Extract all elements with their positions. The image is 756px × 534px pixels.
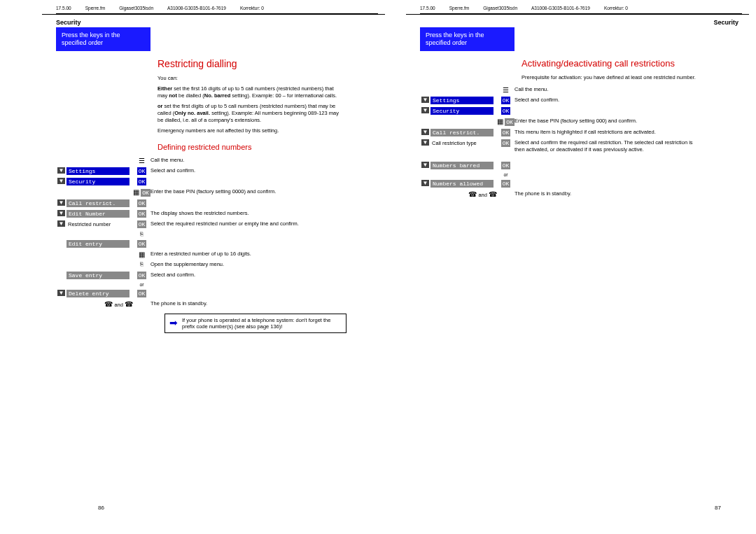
- prereq: Prerequisite for activation: you have de…: [522, 74, 707, 81]
- handset-up-icon: ☎: [125, 300, 133, 308]
- ok-button: OK: [501, 129, 511, 136]
- arrow-down-icon: ▼: [57, 167, 66, 174]
- ok-button: OK: [501, 97, 511, 104]
- ok-button: OK: [501, 162, 511, 169]
- ok-button: OK: [137, 210, 147, 218]
- menu-call-restrict: Call restrict.: [430, 129, 493, 136]
- page-number: 86: [98, 505, 104, 511]
- para1: Either set the first 16 digits of up to …: [158, 85, 343, 99]
- arrow-down-icon: ▼: [421, 107, 430, 113]
- arrow-down-icon: ▼: [57, 220, 66, 227]
- menu-numbers-allowed: Numbers allowed: [430, 180, 493, 188]
- arrow-down-icon: ▼: [57, 210, 66, 216]
- menu-numbers-barred: Numbers barred: [430, 162, 493, 169]
- keypad-icon: ▦: [497, 118, 503, 125]
- ok-button: OK: [501, 107, 511, 115]
- steps-table-right: ☰Call the menu. ▼SettingsOKSelect and co…: [420, 85, 696, 199]
- menu-save-entry: Save entry: [66, 272, 130, 279]
- arrow-down-icon: ▼: [421, 180, 430, 186]
- ok-button: OK: [501, 180, 511, 188]
- ok-button: OK: [137, 240, 147, 248]
- menu-settings: Settings: [66, 167, 130, 175]
- menu-icon: ☰: [503, 86, 509, 94]
- instruction-banner: Press the keys in the specified order: [56, 27, 150, 51]
- ok-button: OK: [137, 167, 147, 175]
- arrow-down-icon: ▼: [421, 139, 430, 146]
- handset-up-icon: ☎: [489, 190, 497, 198]
- menu-call-restrict: Call restrict.: [66, 199, 130, 207]
- arrow-down-icon: ▼: [421, 97, 430, 103]
- instruction-banner: Press the keys in the specified order: [420, 27, 514, 51]
- intro: You can:: [158, 75, 343, 82]
- section-header: Security: [406, 14, 749, 27]
- menu-icon: ☰: [139, 157, 145, 164]
- handset-down-icon: ☎: [468, 190, 477, 198]
- meta-doc: A31008-G3035-B101-6-7619: [167, 6, 226, 10]
- page-title: Activating/deactivating call restriction…: [522, 58, 738, 69]
- arrow-down-icon: ▼: [57, 290, 66, 296]
- arrow-down-icon: ▼: [57, 199, 66, 206]
- ok-button: OK: [137, 199, 147, 207]
- note-arrow-icon: ➡: [169, 317, 178, 330]
- handset-down-icon: ☎: [104, 300, 113, 308]
- ok-button: OK: [501, 139, 511, 147]
- meta-row: 17.5.00 Sperre.fm Gigaset3035isdn A31008…: [42, 0, 385, 13]
- menu-edit-number: Edit Number: [66, 210, 130, 218]
- page-title: Restricting dialling: [158, 58, 374, 69]
- note-box: ➡ If your phone is operated at a telepho…: [164, 314, 346, 333]
- ok-button: OK: [137, 290, 147, 297]
- arrow-down-icon: ▼: [421, 129, 430, 135]
- meta-date: 17.5.00: [56, 6, 71, 10]
- meta-file: Sperre.fm: [85, 6, 106, 10]
- ok-button: OK: [137, 272, 147, 279]
- meta-row: 17.5.00 Sperre.fm Gigaset3035isdn A31008…: [406, 0, 749, 13]
- page-number: 87: [715, 505, 721, 511]
- arrow-down-icon: ▼: [421, 162, 430, 168]
- supp-menu-icon: ⎘: [140, 261, 144, 267]
- meta-product: Gigaset3035isdn: [119, 6, 153, 10]
- menu-security: Security: [66, 178, 130, 185]
- ok-button: OK: [137, 178, 147, 185]
- menu-security: Security: [430, 107, 493, 115]
- page-left: 17.5.00 Sperre.fm Gigaset3035isdn A31008…: [42, 0, 385, 532]
- menu-restricted-number: Restricted number: [66, 220, 130, 228]
- meta-korr: Korrektur: 0: [240, 6, 264, 10]
- arrow-down-icon: ▼: [57, 178, 66, 184]
- keypad-icon: ▦: [133, 188, 139, 196]
- menu-edit-entry: Edit entry: [66, 240, 130, 248]
- para2: or set the first digits of up to 5 call …: [158, 103, 343, 124]
- keypad-icon: ▦: [139, 251, 145, 258]
- subheading: Defining restricted numbers: [158, 143, 374, 151]
- menu-settings: Settings: [430, 97, 493, 104]
- ok-button: OK: [137, 220, 147, 228]
- menu-delete-entry: Delete entry: [66, 290, 130, 297]
- steps-table-left: ☰Call the menu. ▼SettingsOKSelect and co…: [56, 155, 299, 309]
- supp-menu-icon: ⎘: [140, 231, 144, 237]
- section-header: Security: [42, 14, 385, 27]
- page-right: 17.5.00 Sperre.fm Gigaset3035isdn A31008…: [406, 0, 749, 532]
- menu-call-restriction-type: Call restriction type: [430, 139, 493, 147]
- para3: Emergency numbers are not affected by th…: [158, 127, 343, 134]
